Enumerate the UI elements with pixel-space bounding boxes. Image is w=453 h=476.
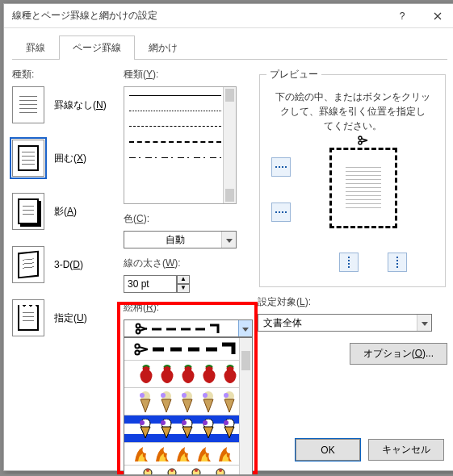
line-style-solid[interactable]	[129, 95, 221, 96]
width-step-up[interactable]: ▲	[177, 275, 190, 284]
apply-to-group: 設定対象(L): 文書全体	[258, 295, 447, 332]
preview-area	[266, 140, 438, 277]
art-option-icecream-2[interactable]	[124, 466, 252, 474]
chevron-down-icon	[221, 232, 236, 248]
chevron-down-icon	[238, 320, 252, 336]
svg-point-19	[203, 393, 208, 398]
width-step-down[interactable]: ▼	[177, 284, 190, 293]
svg-point-17	[182, 393, 187, 398]
dialog-footer: OK キャンセル	[296, 439, 444, 461]
setting-3d-icon	[12, 246, 44, 283]
options-button[interactable]: オプション(O)...	[350, 343, 447, 365]
setting-none-label: 罫線なし(N)	[54, 98, 107, 112]
setting-column: 種類: 罫線なし(N) 囲む(X) 影(A)	[12, 68, 115, 462]
edge-left-button[interactable]	[339, 253, 359, 272]
svg-point-35	[170, 469, 174, 472]
dialog-title: 線種とページ罫線と網かけの設定	[12, 9, 384, 23]
art-dropdown-panel	[124, 337, 253, 474]
ok-button[interactable]: OK	[296, 439, 360, 461]
setting-shadow[interactable]: 影(A)	[12, 193, 115, 230]
setting-custom[interactable]: 指定(U)	[12, 299, 115, 336]
chevron-down-icon	[417, 315, 431, 331]
help-button[interactable]: ?	[384, 4, 420, 28]
color-label: 色(C):	[124, 212, 250, 226]
setting-custom-label: 指定(U)	[54, 311, 87, 325]
apply-to-select[interactable]: 文書全体	[258, 314, 432, 332]
setting-3d[interactable]: 3-D(D)	[12, 246, 115, 283]
setting-3d-label: 3-D(D)	[54, 259, 83, 270]
setting-label: 種類:	[12, 68, 115, 81]
width-spinner[interactable]: ▲ ▼	[124, 275, 250, 293]
art-option-icecream-stripe[interactable]	[124, 415, 252, 443]
scissor-icon	[357, 135, 368, 148]
svg-point-31	[224, 420, 229, 425]
preview-page[interactable]	[329, 148, 397, 228]
line-style-dash[interactable]	[129, 141, 221, 143]
setting-custom-icon	[12, 299, 44, 336]
svg-point-27	[182, 420, 187, 425]
tab-shading[interactable]: 網かけ	[135, 35, 191, 60]
apply-to-label: 設定対象(L):	[258, 295, 447, 309]
svg-point-1	[136, 330, 141, 334]
svg-point-37	[195, 469, 198, 472]
setting-box[interactable]: 囲む(X)	[12, 140, 115, 177]
svg-point-40	[359, 136, 362, 140]
color-select[interactable]: 自動	[124, 231, 237, 248]
width-label: 線の太さ(W):	[124, 257, 250, 270]
svg-point-29	[203, 420, 208, 425]
svg-point-13	[140, 393, 145, 398]
line-style-dash-dot[interactable]	[129, 157, 221, 158]
art-selected-preview	[129, 322, 238, 335]
style-column: 種類(Y): 色(C): 自動	[124, 68, 250, 462]
color-value: 自動	[129, 233, 221, 247]
borders-and-shading-dialog: 線種とページ罫線と網かけの設定 ? 罫線 ページ罫線 網かけ 種類: 罫線なし(…	[3, 3, 453, 471]
art-select[interactable]	[124, 319, 253, 337]
close-icon	[434, 12, 442, 20]
svg-point-15	[161, 393, 166, 398]
art-dropdown-scrollbar[interactable]	[239, 338, 252, 474]
line-style-dash-short[interactable]	[129, 126, 221, 127]
svg-point-23	[140, 420, 145, 425]
tab-borders[interactable]: 罫線	[12, 35, 59, 60]
svg-point-21	[224, 393, 229, 398]
svg-point-41	[359, 141, 362, 144]
style-label: 種類(Y):	[124, 68, 250, 81]
titlebar: 線種とページ罫線と網かけの設定 ?	[4, 4, 453, 28]
preview-column: プレビュー 下の絵の中、またはボタンをクリッ クして、罫線を引く位置を指定し て…	[258, 68, 447, 462]
svg-point-33	[146, 469, 149, 472]
svg-point-25	[161, 420, 166, 425]
apply-to-value: 文書全体	[263, 316, 302, 330]
tab-page-borders[interactable]: ページ罫線	[59, 35, 135, 60]
edge-top-button[interactable]	[271, 157, 291, 177]
art-option-flames[interactable]	[124, 443, 252, 466]
setting-none-icon	[12, 86, 44, 123]
svg-point-39	[219, 469, 222, 472]
setting-box-icon	[12, 140, 44, 177]
art-option-icecream-1[interactable]	[124, 388, 252, 415]
edge-right-button[interactable]	[388, 253, 407, 272]
line-style-list[interactable]	[124, 86, 237, 204]
line-style-scrollbar[interactable]	[223, 87, 236, 203]
preview-legend: プレビュー	[266, 68, 321, 81]
setting-shadow-icon	[12, 193, 44, 230]
art-label: 絵柄(R):	[124, 301, 250, 315]
cancel-button[interactable]: キャンセル	[368, 439, 444, 461]
edge-bottom-button[interactable]	[271, 203, 291, 222]
art-option-strawberries[interactable]	[124, 361, 252, 388]
preview-group: プレビュー 下の絵の中、またはボタンをクリッ クして、罫線を引く位置を指定し て…	[259, 68, 446, 287]
setting-shadow-label: 影(A)	[54, 205, 77, 219]
svg-point-0	[136, 324, 141, 328]
width-input[interactable]	[124, 275, 177, 293]
line-style-dotted[interactable]	[129, 111, 221, 111]
art-option-scissor-dash[interactable]	[124, 338, 252, 361]
setting-box-label: 囲む(X)	[54, 152, 86, 165]
close-button[interactable]	[420, 4, 453, 28]
setting-none[interactable]: 罫線なし(N)	[12, 86, 115, 123]
preview-help: 下の絵の中、またはボタンをクリッ クして、罫線を引く位置を指定し てください。	[266, 90, 438, 133]
tab-strip: 罫線 ページ罫線 網かけ	[12, 35, 447, 60]
